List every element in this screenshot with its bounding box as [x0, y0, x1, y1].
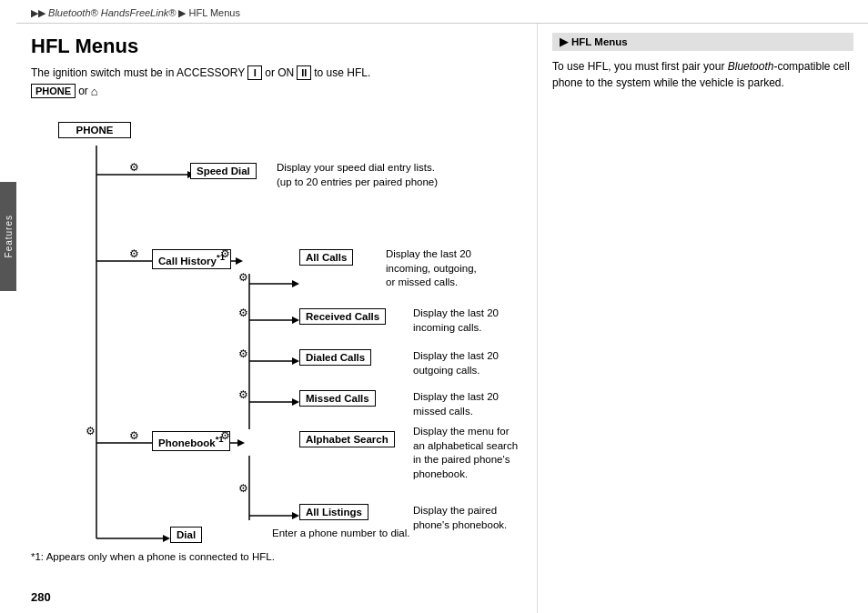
- on-badge: II: [297, 65, 311, 80]
- right-panel-title: HFL Menus: [571, 36, 628, 47]
- phone-badge: PHONE: [31, 84, 76, 98]
- all-calls-desc: Display the last 20 incoming, outgoing, …: [386, 247, 531, 290]
- breadcrumb: ▶▶ Bluetooth® HandsFreeLink® ▶ HFL Menus: [16, 0, 868, 24]
- diagram: PHONE Speed Dial ⚙ Display your speed di…: [31, 102, 522, 548]
- accessory-badge: I: [247, 65, 262, 80]
- missed-calls-box: Missed Calls: [299, 390, 376, 407]
- intro-text3: to use HFL.: [314, 66, 370, 79]
- intro-line: The ignition switch must be in ACCESSORY…: [31, 65, 522, 80]
- phonebook-box: Phonebook*1: [152, 431, 230, 451]
- left-panel: HFL Menus The ignition switch must be in…: [16, 24, 537, 613]
- svg-marker-9: [236, 257, 243, 265]
- page-title: HFL Menus: [31, 35, 522, 58]
- footnote: *1: Appears only when a phone is connect…: [31, 551, 522, 562]
- scroll-icon-phone-bottom: ⚙: [86, 425, 96, 437]
- scroll-icon-10: ⚙: [238, 482, 248, 495]
- sidebar-label: Features: [4, 215, 14, 257]
- scroll-icon-9: ⚙: [220, 429, 230, 442]
- dialed-calls-desc: Display the last 20 outgoing calls.: [413, 349, 540, 377]
- breadcrumb-arrow1: ▶▶: [31, 7, 45, 18]
- scroll-icon-3: ⚙: [220, 247, 230, 260]
- dialed-calls-box: Dialed Calls: [299, 349, 371, 366]
- page-number: 280: [31, 590, 51, 604]
- scroll-icon-2: ⚙: [129, 247, 139, 260]
- all-calls-box: All Calls: [299, 249, 353, 266]
- phone-or-line: PHONE or ⌂: [31, 84, 522, 98]
- breadcrumb-arrow2: ▶: [178, 7, 186, 18]
- alphabet-search-desc: Display the menu for an alphabetical sea…: [413, 425, 545, 481]
- dial-box: Dial: [170, 527, 202, 543]
- or-text: or: [78, 85, 88, 97]
- call-history-box: Call History*1: [152, 249, 231, 269]
- scroll-icon-7: ⚙: [238, 388, 248, 401]
- italic-bluetooth: Bluetooth: [728, 60, 774, 73]
- main-content: ▶▶ Bluetooth® HandsFreeLink® ▶ HFL Menus…: [16, 0, 868, 613]
- scroll-icon-5: ⚙: [238, 306, 248, 319]
- dial-desc: Enter a phone number to dial.: [272, 527, 509, 541]
- svg-marker-17: [292, 398, 299, 406]
- intro-text2: or ON: [265, 66, 294, 79]
- scroll-icon-8: ⚙: [129, 429, 139, 442]
- svg-marker-26: [163, 535, 170, 542]
- missed-calls-desc: Display the last 20 missed calls.: [413, 390, 540, 418]
- breadcrumb-item1: Bluetooth® HandsFreeLink®: [48, 7, 176, 18]
- breadcrumb-item2: HFL Menus: [189, 7, 240, 18]
- svg-marker-24: [292, 512, 299, 519]
- home-icon: ⌂: [91, 85, 98, 98]
- intro-text1: The ignition switch must be in ACCESSORY: [31, 66, 245, 79]
- svg-marker-15: [292, 357, 299, 365]
- right-panel-body: To use HFL, you must first pair your Blu…: [552, 58, 853, 91]
- right-panel-header: ▶ HFL Menus: [552, 33, 853, 51]
- all-listings-box: All Listings: [299, 504, 368, 520]
- sidebar-tab: Features: [0, 182, 16, 291]
- content-area: HFL Menus The ignition switch must be in…: [16, 24, 868, 613]
- scroll-icon-6: ⚙: [238, 347, 248, 360]
- phone-box: PHONE: [58, 122, 131, 138]
- received-calls-desc: Display the last 20 incoming calls.: [413, 306, 540, 335]
- svg-marker-22: [237, 439, 245, 447]
- alphabet-search-box: Alphabet Search: [299, 431, 395, 447]
- speed-dial-box: Speed Dial: [190, 163, 257, 179]
- scroll-icon-4: ⚙: [238, 271, 248, 284]
- svg-marker-13: [292, 317, 299, 324]
- svg-marker-11: [292, 280, 299, 287]
- speed-dial-desc: Display your speed dial entry lists. (up…: [277, 161, 495, 189]
- right-panel: ▶ HFL Menus To use HFL, you must first p…: [537, 24, 868, 613]
- scroll-icon-1: ⚙: [129, 161, 139, 174]
- received-calls-box: Received Calls: [299, 308, 386, 325]
- right-panel-arrow: ▶: [560, 35, 568, 48]
